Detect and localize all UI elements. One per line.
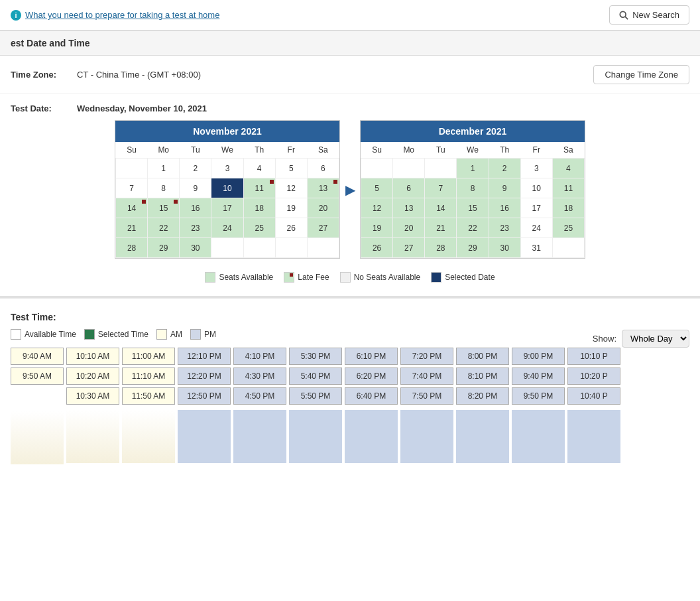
time-slot[interactable]: 9:40 AM: [11, 348, 64, 365]
time-slot[interactable]: 6:10 PM: [345, 348, 398, 365]
time-slot[interactable]: 10:30 AM: [66, 387, 119, 405]
time-slot[interactable]: 8:10 PM: [456, 367, 509, 385]
calendar-day[interactable]: 5: [361, 178, 393, 198]
calendar-day[interactable]: 22: [148, 218, 180, 238]
timezone-value: CT - China Time - (GMT +08:00): [77, 70, 593, 80]
next-month-arrow[interactable]: ▶: [340, 182, 360, 198]
calendar-day[interactable]: 1: [457, 159, 489, 178]
december-title: December 2021: [439, 126, 507, 137]
calendar-day[interactable]: 15: [148, 198, 180, 218]
time-slot[interactable]: 8:00 PM: [456, 348, 509, 365]
calendar-day[interactable]: 22: [457, 218, 489, 238]
time-slot[interactable]: 9:40 PM: [512, 367, 565, 385]
time-slot[interactable]: 6:40 PM: [345, 387, 398, 405]
time-slot[interactable]: 9:50 AM: [11, 367, 64, 385]
time-slot[interactable]: 10:10 AM: [66, 348, 119, 365]
time-slot[interactable]: 10:20 P: [567, 367, 620, 385]
calendar-day[interactable]: 25: [552, 218, 584, 238]
day-header: Tu: [425, 142, 457, 159]
day-header: Mo: [148, 142, 180, 159]
time-slot[interactable]: 5:30 PM: [289, 348, 342, 365]
calendar-day[interactable]: 9: [489, 178, 520, 198]
calendar-row: 123456: [116, 159, 339, 178]
calendar-day[interactable]: 30: [180, 238, 211, 258]
day-header: Th: [489, 142, 520, 159]
time-slot[interactable]: 11:00 AM: [122, 348, 175, 365]
calendar-day[interactable]: 24: [211, 218, 243, 238]
time-slot[interactable]: 6:20 PM: [345, 367, 398, 385]
calendar-day[interactable]: 26: [361, 238, 393, 258]
time-slot[interactable]: 10:10 P: [567, 348, 620, 365]
time-slot[interactable]: 12:10 PM: [178, 348, 231, 365]
late-fee-box: [284, 272, 294, 283]
time-slot[interactable]: 11:50 AM: [122, 387, 175, 405]
calendar-day[interactable]: 20: [307, 198, 339, 218]
calendar-day[interactable]: 14: [425, 198, 457, 218]
calendar-day: [552, 238, 584, 258]
time-column-shading: [289, 410, 342, 463]
time-slot[interactable]: 7:40 PM: [400, 367, 453, 385]
test-time-section: Test Time: Available Time Selected Time …: [0, 305, 700, 471]
calendar-day: [275, 238, 307, 258]
calendar-day[interactable]: 27: [307, 218, 339, 238]
calendar-day[interactable]: 6: [393, 178, 425, 198]
calendar-day[interactable]: 27: [393, 238, 425, 258]
time-slot[interactable]: 5:50 PM: [289, 387, 342, 405]
calendar-day[interactable]: 8: [457, 178, 489, 198]
info-link[interactable]: i What you need to prepare for taking a …: [11, 10, 219, 21]
time-slot[interactable]: 7:20 PM: [400, 348, 453, 365]
calendar-day[interactable]: 30: [489, 238, 520, 258]
calendar-day[interactable]: 13: [307, 178, 339, 198]
time-slot[interactable]: 9:50 PM: [512, 387, 565, 405]
calendar-day[interactable]: 25: [243, 218, 275, 238]
time-slot[interactable]: 7:50 PM: [400, 387, 453, 405]
legend-available-time: Available Time: [11, 329, 76, 340]
calendar-day[interactable]: 7: [425, 178, 457, 198]
calendar-day[interactable]: 21: [425, 218, 457, 238]
legend-am: AM: [156, 329, 182, 340]
time-slot[interactable]: 4:50 PM: [233, 387, 286, 405]
calendar-day[interactable]: 12: [361, 198, 393, 218]
calendar-day[interactable]: 21: [116, 218, 148, 238]
time-column-shading: [233, 410, 286, 463]
calendar-day[interactable]: 14: [116, 198, 148, 218]
calendar-day[interactable]: 20: [393, 218, 425, 238]
calendar-day[interactable]: 15: [457, 198, 489, 218]
calendar-day: 1: [148, 159, 180, 178]
calendar-day[interactable]: 13: [393, 198, 425, 218]
time-slot[interactable]: 12:20 PM: [178, 367, 231, 385]
calendar-day[interactable]: 18: [243, 198, 275, 218]
time-slot[interactable]: 10:20 AM: [66, 367, 119, 385]
calendar-day[interactable]: 17: [211, 198, 243, 218]
calendar-day[interactable]: 29: [148, 238, 180, 258]
calendar-day[interactable]: 23: [180, 218, 211, 238]
time-slot[interactable]: 9:00 PM: [512, 348, 565, 365]
calendars-wrapper: November 2021 SuMoTuWeThFrSa 12345678910…: [0, 120, 700, 265]
new-search-button[interactable]: New Search: [609, 5, 689, 25]
calendar-day[interactable]: 2: [489, 159, 520, 178]
calendar-day: 31: [520, 238, 552, 258]
calendar-day[interactable]: 28: [116, 238, 148, 258]
calendar-day[interactable]: 10: [211, 178, 243, 198]
calendar-day[interactable]: 23: [489, 218, 520, 238]
calendar-day[interactable]: 18: [552, 198, 584, 218]
calendar-day[interactable]: 11: [243, 178, 275, 198]
calendar-day[interactable]: 16: [180, 198, 211, 218]
change-timezone-button[interactable]: Change Time Zone: [593, 65, 689, 84]
calendar-day[interactable]: 11: [552, 178, 584, 198]
time-slot[interactable]: 12:50 PM: [178, 387, 231, 405]
time-slot[interactable]: 8:20 PM: [456, 387, 509, 405]
calendar-day[interactable]: 28: [425, 238, 457, 258]
time-slot[interactable]: 11:10 AM: [122, 367, 175, 385]
time-column: 8:00 PM8:10 PM8:20 PM: [456, 348, 509, 464]
time-column-shading: [345, 410, 398, 463]
time-slot[interactable]: 5:40 PM: [289, 367, 342, 385]
time-slot[interactable]: 4:30 PM: [233, 367, 286, 385]
calendar-day[interactable]: 19: [361, 218, 393, 238]
calendar-day[interactable]: 29: [457, 238, 489, 258]
calendar-day[interactable]: 16: [489, 198, 520, 218]
show-select[interactable]: Whole DayAM OnlyPM Only: [622, 330, 689, 348]
calendar-day[interactable]: 4: [552, 159, 584, 178]
time-slot[interactable]: 10:40 P: [567, 387, 620, 405]
time-slot[interactable]: 4:10 PM: [233, 348, 286, 365]
